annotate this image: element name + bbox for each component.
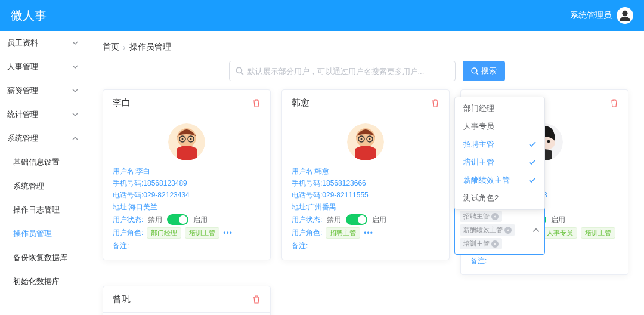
search-button[interactable]: 搜索 xyxy=(463,61,505,81)
chevron-down-icon xyxy=(72,64,78,70)
nav-item-备份恢复数据库[interactable]: 备份恢复数据库 xyxy=(0,246,89,270)
check-icon xyxy=(529,159,536,166)
remove-tag-icon[interactable]: × xyxy=(491,240,499,248)
selected-role-tag: 薪酬绩效主管× xyxy=(460,224,515,236)
breadcrumb-current: 操作员管理 xyxy=(129,42,171,52)
role-select-box[interactable]: 招聘主管×薪酬绩效主管×培训主管× xyxy=(454,205,545,255)
check-icon xyxy=(529,177,536,184)
main-content: 首页 › 操作员管理 搜索 李白 用户名:李白 手机号码:18568123489… xyxy=(89,31,644,315)
nav-group-系统管理[interactable]: 系统管理 xyxy=(0,126,89,150)
role-tag: 培训主管 xyxy=(581,227,615,239)
card-title: 韩愈 xyxy=(292,97,309,109)
role-tag: 培训主管 xyxy=(185,227,219,239)
role-dropdown-panel[interactable]: 部门经理人事专员招聘主管培训主管薪酬绩效主管测试角色2 xyxy=(454,97,545,210)
search-button-label: 搜索 xyxy=(481,66,497,76)
nav-item-操作员管理[interactable]: 操作员管理 xyxy=(0,222,89,246)
chevron-up-icon xyxy=(72,135,78,141)
role-tag: 招聘主管 xyxy=(326,227,360,239)
operator-card: 曾巩 xyxy=(103,286,271,315)
role-option[interactable]: 测试角色2 xyxy=(455,189,544,207)
role-tag: 部门经理 xyxy=(147,227,181,239)
enable-switch[interactable] xyxy=(346,214,367,225)
card-title: 曾巩 xyxy=(113,294,131,305)
nav-item-操作日志管理[interactable]: 操作日志管理 xyxy=(0,198,89,222)
delete-icon[interactable] xyxy=(252,295,261,304)
role-option[interactable]: 部门经理 xyxy=(455,100,544,118)
search-input[interactable] xyxy=(247,67,449,76)
nav-item-基础信息设置[interactable]: 基础信息设置 xyxy=(0,150,89,174)
delete-icon[interactable] xyxy=(431,99,439,107)
more-roles-icon[interactable]: ••• xyxy=(364,229,373,237)
card-title: 李白 xyxy=(113,97,131,109)
operator-card: 李白 用户名:李白 手机号码:18568123489 电话号码:029-8212… xyxy=(103,89,271,260)
delete-icon[interactable] xyxy=(610,99,618,107)
role-option[interactable]: 薪酬绩效主管 xyxy=(455,171,544,189)
operator-avatar xyxy=(168,123,205,160)
chevron-down-icon xyxy=(72,112,78,118)
enable-switch[interactable] xyxy=(167,214,188,225)
selected-role-tag: 招聘主管× xyxy=(460,211,502,222)
role-option[interactable]: 招聘主管 xyxy=(455,135,544,153)
search-icon xyxy=(236,67,244,75)
app-brand: 微人事 xyxy=(11,8,47,24)
breadcrumb-separator: › xyxy=(123,42,126,52)
remove-tag-icon[interactable]: × xyxy=(491,213,499,220)
operator-avatar xyxy=(347,123,384,160)
delete-icon[interactable] xyxy=(252,99,261,107)
search-input-wrapper[interactable] xyxy=(229,61,456,81)
nav-group-员工资料[interactable]: 员工资料 xyxy=(0,31,89,55)
role-option[interactable]: 培训主管 xyxy=(455,153,544,171)
check-icon xyxy=(529,141,536,148)
more-roles-icon[interactable]: ••• xyxy=(223,229,233,237)
role-tag: 人事专员 xyxy=(543,227,577,239)
search-icon xyxy=(471,67,479,75)
nav-item-系统管理[interactable]: 系统管理 xyxy=(0,174,89,198)
nav-group-人事管理[interactable]: 人事管理 xyxy=(0,55,89,79)
role-option[interactable]: 人事专员 xyxy=(455,118,544,135)
breadcrumb: 首页 › 操作员管理 xyxy=(103,42,631,52)
selected-role-tag: 培训主管× xyxy=(460,238,502,249)
user-avatar-icon xyxy=(617,7,633,24)
sidebar: 员工资料人事管理薪资管理统计管理系统管理 基础信息设置系统管理操作日志管理操作员… xyxy=(0,31,89,315)
current-user[interactable]: 系统管理员 xyxy=(570,7,633,24)
remove-tag-icon[interactable]: × xyxy=(504,227,512,234)
nav-group-统计管理[interactable]: 统计管理 xyxy=(0,103,89,126)
chevron-down-icon xyxy=(72,88,78,94)
chevron-up-icon xyxy=(532,227,540,234)
breadcrumb-root[interactable]: 首页 xyxy=(103,42,119,52)
nav-item-初始化数据库[interactable]: 初始化数据库 xyxy=(0,270,89,294)
top-bar: 微人事 系统管理员 xyxy=(0,0,644,31)
nav-group-薪资管理[interactable]: 薪资管理 xyxy=(0,79,89,103)
operator-card: 韩愈 用户名:韩愈 手机号码:18568123666 电话号码:029-8211… xyxy=(281,89,450,260)
chevron-down-icon xyxy=(72,40,78,46)
username-label: 系统管理员 xyxy=(570,10,612,21)
